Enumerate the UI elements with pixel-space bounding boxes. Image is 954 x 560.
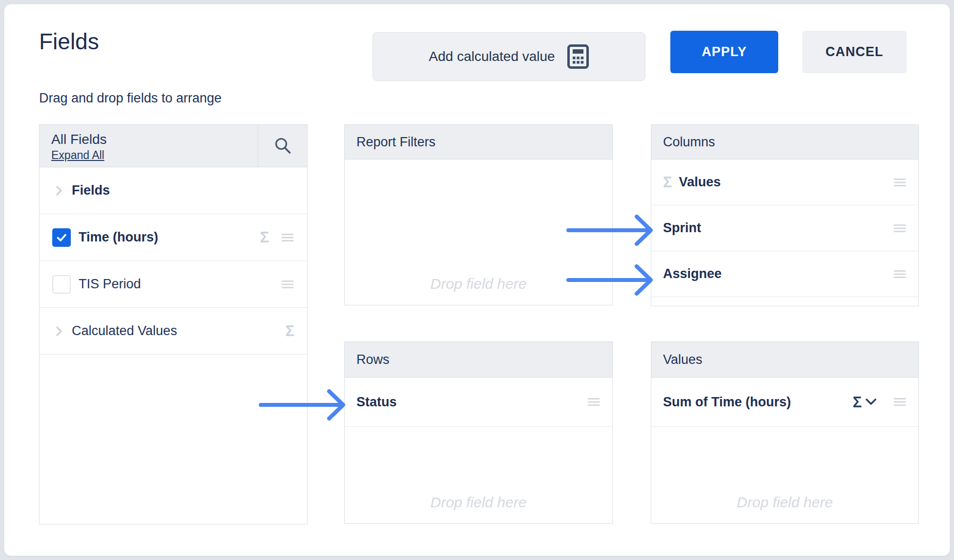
rows-header: Rows bbox=[345, 342, 612, 378]
field-item-time-hours[interactable]: Time (hours) Σ bbox=[40, 214, 307, 261]
check-icon bbox=[55, 231, 68, 244]
column-item-label: Values bbox=[679, 175, 721, 190]
page-title: Fields bbox=[39, 28, 99, 55]
cancel-button[interactable]: CANCEL bbox=[802, 31, 907, 73]
column-item-label: Assignee bbox=[663, 266, 722, 281]
drag-handle-icon[interactable] bbox=[893, 269, 907, 279]
sigma-icon[interactable]: Σ bbox=[285, 323, 294, 339]
values-title: Values bbox=[663, 352, 703, 367]
drag-handle-icon[interactable] bbox=[587, 397, 601, 407]
values-drop-zone[interactable]: Sum of Time (hours) Σ Drop field here bbox=[651, 378, 918, 523]
tree-item-calculated-values[interactable]: Calculated Values Σ bbox=[40, 308, 307, 355]
field-item-tis-period[interactable]: TIS Period bbox=[40, 261, 307, 308]
column-item-label: Sprint bbox=[663, 220, 701, 236]
rows-drop-zone[interactable]: Status Drop field here bbox=[345, 378, 612, 523]
drag-handle-icon[interactable] bbox=[281, 280, 294, 289]
chevron-down-icon bbox=[865, 398, 877, 406]
arrow-to-status-icon bbox=[258, 385, 346, 424]
tree-item-label: Fields bbox=[72, 183, 110, 198]
values-header: Values bbox=[651, 342, 918, 378]
value-item-sum-of-time-hours[interactable]: Sum of Time (hours) Σ bbox=[651, 378, 918, 427]
calculator-icon bbox=[567, 44, 589, 69]
arrow-to-sprint-icon bbox=[565, 211, 653, 250]
fields-configuration-dialog: Fields Drag and drop fields to arrange A… bbox=[0, 0, 954, 560]
apply-button[interactable]: APPLY bbox=[670, 31, 778, 73]
chevron-right-icon[interactable] bbox=[55, 325, 63, 337]
checkbox-unchecked[interactable] bbox=[52, 275, 71, 294]
all-fields-title: All Fields bbox=[51, 131, 258, 148]
columns-title: Columns bbox=[663, 135, 715, 150]
value-item-label: Sum of Time (hours) bbox=[663, 395, 791, 410]
field-item-label: TIS Period bbox=[79, 277, 141, 292]
search-button[interactable] bbox=[258, 125, 307, 167]
values-panel: Values Sum of Time (hours) Σ Drop field … bbox=[651, 341, 919, 524]
column-item-values[interactable]: Σ Values bbox=[651, 160, 918, 205]
sigma-icon: Σ bbox=[852, 395, 862, 410]
expand-all-link[interactable]: Expand All bbox=[51, 148, 104, 162]
drag-handle-icon[interactable] bbox=[893, 397, 907, 407]
drag-handle-icon[interactable] bbox=[893, 178, 907, 187]
tree-item-fields[interactable]: Fields bbox=[40, 167, 307, 214]
sigma-icon: Σ bbox=[663, 175, 672, 190]
drag-handle-icon[interactable] bbox=[893, 223, 907, 233]
row-item-label: Status bbox=[356, 395, 397, 410]
aggregation-menu-button[interactable]: Σ bbox=[852, 395, 877, 410]
all-fields-panel: All Fields Expand All Fields bbox=[39, 124, 308, 524]
add-calculated-value-button[interactable]: Add calculated value bbox=[373, 32, 645, 81]
column-item-assignee[interactable]: Assignee bbox=[651, 251, 918, 297]
search-icon bbox=[273, 136, 292, 156]
arrow-to-assignee-icon bbox=[565, 260, 653, 300]
add-calculated-value-label: Add calculated value bbox=[429, 49, 555, 64]
chevron-right-icon[interactable] bbox=[55, 185, 63, 197]
row-item-status[interactable]: Status bbox=[345, 378, 612, 427]
all-fields-panel-header: All Fields Expand All bbox=[40, 125, 307, 167]
columns-panel: Columns Σ Values Sprint Assignee bbox=[651, 124, 919, 306]
field-item-label: Time (hours) bbox=[79, 230, 158, 245]
column-item-sprint[interactable]: Sprint bbox=[651, 205, 918, 251]
columns-drop-zone[interactable]: Σ Values Sprint Assignee bbox=[651, 160, 918, 306]
rows-panel: Rows Status Drop field here bbox=[344, 341, 613, 524]
rows-title: Rows bbox=[356, 352, 390, 367]
all-fields-list: Fields Time (hours) Σ TIS Period bbox=[40, 167, 307, 524]
sigma-icon[interactable]: Σ bbox=[260, 230, 269, 245]
drag-handle-icon[interactable] bbox=[281, 233, 294, 242]
report-filters-header: Report Filters bbox=[345, 125, 612, 160]
page-subtitle: Drag and drop fields to arrange bbox=[39, 91, 222, 106]
drop-field-placeholder: Drop field here bbox=[345, 494, 612, 511]
columns-header: Columns bbox=[651, 125, 918, 160]
report-filters-title: Report Filters bbox=[356, 135, 436, 150]
tree-item-label: Calculated Values bbox=[72, 323, 177, 339]
checkbox-checked[interactable] bbox=[52, 228, 71, 247]
drop-field-placeholder: Drop field here bbox=[651, 494, 918, 511]
